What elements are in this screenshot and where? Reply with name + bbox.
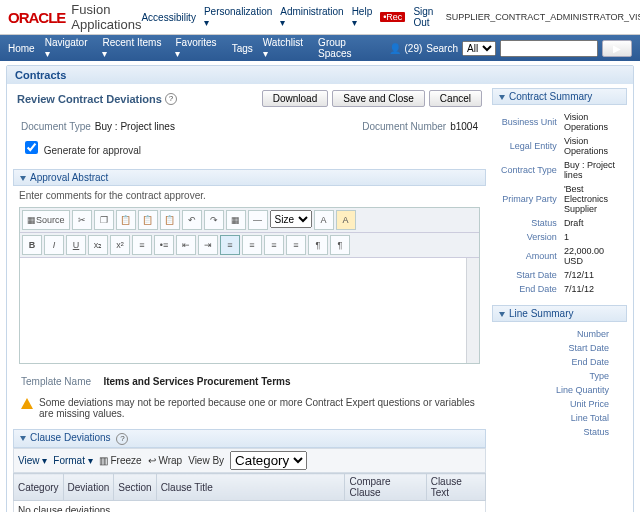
copy-icon[interactable]: ❐ bbox=[94, 210, 114, 230]
sup-icon[interactable]: x² bbox=[110, 235, 130, 255]
search-input[interactable] bbox=[500, 40, 598, 57]
doc-type-value: Buy : Project lines bbox=[95, 121, 175, 132]
align-right-icon[interactable]: ≡ bbox=[264, 235, 284, 255]
nav-home[interactable]: Home bbox=[8, 43, 35, 54]
brand-fusion: Fusion Applications bbox=[71, 2, 141, 32]
ul-icon[interactable]: •≡ bbox=[154, 235, 174, 255]
section-contract-summary[interactable]: Contract Summary bbox=[492, 88, 627, 105]
col-category[interactable]: Category bbox=[14, 474, 64, 501]
nav-tags[interactable]: Tags bbox=[232, 43, 253, 54]
ol-icon[interactable]: ≡ bbox=[132, 235, 152, 255]
nav-navigator[interactable]: Navigator ▾ bbox=[45, 37, 93, 59]
abstract-hint: Enter comments for the contract approver… bbox=[19, 190, 480, 201]
sub-icon[interactable]: x₂ bbox=[88, 235, 108, 255]
redo-icon[interactable]: ↷ bbox=[204, 210, 224, 230]
generate-approval-checkbox[interactable]: Generate for approval bbox=[21, 145, 141, 156]
col-deviation[interactable]: Deviation bbox=[63, 474, 114, 501]
table-icon[interactable]: ▦ bbox=[226, 210, 246, 230]
clause-deviations-table: Category Deviation Section Clause Title … bbox=[13, 473, 486, 512]
undo-icon[interactable]: ↶ bbox=[182, 210, 202, 230]
warning-text: Some deviations may not be reported beca… bbox=[39, 397, 478, 419]
search-label: Search bbox=[426, 43, 458, 54]
link-help[interactable]: Help ▾ bbox=[352, 6, 373, 28]
collapse-icon bbox=[20, 176, 26, 181]
paste-icon[interactable]: 📋 bbox=[116, 210, 136, 230]
user-count: (29) bbox=[405, 43, 423, 54]
view-menu[interactable]: View ▾ bbox=[18, 455, 47, 466]
help-icon[interactable]: ? bbox=[165, 93, 177, 105]
size-select[interactable]: Size bbox=[270, 210, 312, 228]
align-justify-icon[interactable]: ≡ bbox=[286, 235, 306, 255]
template-value: Items and Services Procurement Terms bbox=[103, 376, 290, 387]
bold-icon[interactable]: B bbox=[22, 235, 42, 255]
align-left-icon[interactable]: ≡ bbox=[220, 235, 240, 255]
line-summary-table: NumberStart DateEnd DateTypeLine Quantit… bbox=[498, 326, 621, 440]
search-scope[interactable]: All bbox=[462, 41, 496, 56]
page-title: Review Contract Deviations bbox=[17, 93, 162, 105]
align-center-icon[interactable]: ≡ bbox=[242, 235, 262, 255]
underline-icon[interactable]: U bbox=[66, 235, 86, 255]
rtl-icon[interactable]: ¶ bbox=[330, 235, 350, 255]
scrollbar[interactable] bbox=[466, 258, 479, 363]
col-clause-title[interactable]: Clause Title bbox=[156, 474, 345, 501]
cancel-button[interactable]: Cancel bbox=[429, 90, 482, 107]
template-label: Template Name bbox=[21, 376, 91, 387]
save-close-button[interactable]: Save and Close bbox=[332, 90, 425, 107]
col-clause-text[interactable]: Clause Text bbox=[426, 474, 485, 501]
rich-text-editor: ▦ Source ✂ ❐ 📋 📋 📋 ↶ ↷ ▦ — Size A A B I bbox=[19, 207, 480, 364]
nav-watchlist[interactable]: Watchlist ▾ bbox=[263, 37, 308, 59]
link-accessibility[interactable]: Accessibility bbox=[141, 12, 195, 23]
paste-text-icon[interactable]: 📋 bbox=[138, 210, 158, 230]
viewby-select[interactable]: Category bbox=[230, 451, 307, 470]
italic-icon[interactable]: I bbox=[44, 235, 64, 255]
link-administration[interactable]: Administration ▾ bbox=[280, 6, 343, 28]
download-button[interactable]: Download bbox=[262, 90, 328, 107]
text-color-icon[interactable]: A bbox=[314, 210, 334, 230]
format-menu[interactable]: Format ▾ bbox=[53, 455, 92, 466]
doc-num-value: b1004 bbox=[450, 121, 478, 132]
ltr-icon[interactable]: ¶ bbox=[308, 235, 328, 255]
wrap-button[interactable]: ↩ Wrap bbox=[148, 455, 183, 466]
nav-recent[interactable]: Recent Items ▾ bbox=[102, 37, 165, 59]
hr-icon[interactable]: — bbox=[248, 210, 268, 230]
table-row: No clause deviations. bbox=[14, 501, 486, 513]
doc-type-label: Document Type bbox=[21, 121, 91, 132]
link-signout[interactable]: Sign Out bbox=[413, 6, 437, 28]
section-line-summary[interactable]: Line Summary bbox=[492, 305, 627, 322]
viewby-label: View By bbox=[188, 455, 224, 466]
nav-spaces[interactable]: Group Spaces bbox=[318, 37, 378, 59]
col-section[interactable]: Section bbox=[114, 474, 156, 501]
doc-num-label: Document Number bbox=[362, 121, 446, 132]
editor-textarea[interactable] bbox=[20, 258, 479, 363]
role-label: SUPPLIER_CONTRACT_ADMINISTRATOR_VISION_O… bbox=[446, 12, 640, 22]
search-go-button[interactable]: ▶ bbox=[602, 40, 632, 57]
link-personalization[interactable]: Personalization ▾ bbox=[204, 6, 272, 28]
section-clause-deviations[interactable]: Clause Deviations ? bbox=[13, 429, 486, 448]
breadcrumb: Contracts bbox=[7, 66, 633, 84]
warning-icon bbox=[21, 398, 33, 409]
section-approval-abstract[interactable]: Approval Abstract bbox=[13, 169, 486, 186]
col-compare[interactable]: Compare Clause bbox=[345, 474, 426, 501]
source-button[interactable]: ▦ Source bbox=[22, 210, 70, 230]
nav-favorites[interactable]: Favorites ▾ bbox=[175, 37, 221, 59]
bg-color-icon[interactable]: A bbox=[336, 210, 356, 230]
indent-icon[interactable]: ⇥ bbox=[198, 235, 218, 255]
help-icon[interactable]: ? bbox=[116, 433, 128, 445]
paste-word-icon[interactable]: 📋 bbox=[160, 210, 180, 230]
signout-badge: •Rec bbox=[380, 12, 405, 22]
freeze-button[interactable]: ▥ Freeze bbox=[99, 455, 142, 466]
brand-oracle: ORACLE bbox=[8, 9, 65, 26]
summary-table: Business UnitVision OperationsLegal Enti… bbox=[498, 109, 621, 297]
user-icon[interactable]: 👤 bbox=[389, 43, 401, 54]
cut-icon[interactable]: ✂ bbox=[72, 210, 92, 230]
outdent-icon[interactable]: ⇤ bbox=[176, 235, 196, 255]
